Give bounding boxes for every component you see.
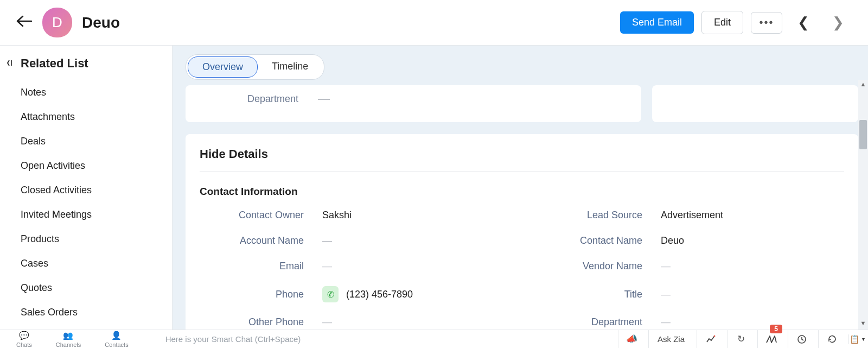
sidebar-item-attachments[interactable]: Attachments (4, 105, 168, 129)
phone-number-text: (123) 456-7890 (346, 289, 413, 300)
contact-owner-field: Contact Owner Sakshi (200, 210, 506, 221)
email-field: Email — (200, 261, 506, 272)
sidebar-header: Related List (4, 56, 168, 71)
field-label: Email (200, 261, 304, 272)
back-arrow-icon[interactable] (16, 14, 33, 31)
vendor-name-field: Vendor Name — (538, 261, 844, 272)
field-label: Contact Owner (200, 210, 304, 221)
contacts-icon: 👤 (111, 331, 122, 340)
summary-card-left: Department — (186, 85, 641, 122)
scroll-thumb[interactable] (859, 120, 867, 149)
field-label: Phone (200, 289, 304, 300)
department-row: Department — (200, 92, 627, 106)
footer-tab-contacts[interactable]: 👤 Contacts (105, 331, 128, 348)
field-value: — (322, 235, 332, 246)
contact-info-title: Contact Information (200, 186, 844, 198)
account-name-field: Account Name — (200, 235, 506, 246)
sidebar-item-deals[interactable]: Deals (4, 129, 168, 154)
header-actions: Send Email Edit ••• ❮ ❯ (620, 11, 852, 34)
tabs-bar: Overview Timeline (173, 46, 868, 80)
ask-zia-button[interactable]: Ask Zia (648, 330, 693, 349)
department-detail-field: Department — (538, 317, 844, 328)
field-value: — (661, 261, 671, 272)
collapse-sidebar-icon[interactable] (7, 59, 14, 68)
content-scroll[interactable]: Department — Hide Details Contact Inform… (173, 80, 868, 330)
sidebar-item-closed-activities[interactable]: Closed Activities (4, 178, 168, 203)
summary-card-right (652, 85, 858, 122)
field-value: Sakshi (322, 210, 352, 221)
hide-details-toggle[interactable]: Hide Details (200, 147, 844, 172)
sidebar-item-sales-orders[interactable]: Sales Orders (4, 300, 168, 325)
field-label: Vendor Name (538, 261, 642, 272)
record-content: Overview Timeline Department — Hide Deta… (173, 46, 868, 330)
footer-tab-chats[interactable]: 💬 Chats (16, 331, 32, 348)
sidebar-list: Notes Attachments Deals Open Activities … (4, 80, 168, 325)
dropdown-arrow-icon: ▾ (862, 336, 865, 342)
body: Related List Notes Attachments Deals Ope… (0, 46, 868, 330)
refresh-icon[interactable]: ↻ (727, 330, 754, 349)
field-value: Deuo (661, 235, 684, 246)
record-title: Deuo (82, 14, 120, 31)
field-value: — (661, 289, 671, 300)
zia-icon[interactable]: 5 (757, 330, 784, 349)
scroll-up-icon[interactable]: ▲ (858, 81, 868, 90)
svg-point-1 (713, 335, 715, 337)
field-label: Title (538, 289, 642, 300)
department-label: Department (200, 93, 298, 105)
related-list-sidebar: Related List Notes Attachments Deals Ope… (0, 46, 173, 330)
footer-tab-label: Chats (16, 341, 32, 348)
field-label: Lead Source (538, 210, 642, 221)
sidebar-title: Related List (21, 56, 88, 71)
phone-icon[interactable]: ✆ (322, 286, 339, 302)
clock-icon[interactable] (788, 330, 815, 349)
chart-line-icon[interactable] (697, 330, 724, 349)
next-record-icon[interactable]: ❯ (825, 12, 852, 33)
scroll-down-icon[interactable]: ▼ (858, 320, 868, 328)
record-header: D Deuo Send Email Edit ••• ❮ ❯ (0, 0, 868, 46)
field-value: Advertisement (661, 210, 723, 221)
channels-icon: 👥 (63, 331, 73, 340)
field-label: Other Phone (200, 317, 304, 328)
sidebar-item-open-activities[interactable]: Open Activities (4, 154, 168, 178)
sidebar-item-invited-meetings[interactable]: Invited Meetings (4, 203, 168, 227)
sidebar-item-quotes[interactable]: Quotes (4, 276, 168, 300)
record-avatar: D (42, 8, 72, 37)
send-email-button[interactable]: Send Email (620, 11, 694, 34)
footer-right: 📣 Ask Zia ↻ 5 📋▾ (618, 330, 868, 349)
field-value: — (322, 317, 332, 328)
edit-button[interactable]: Edit (701, 11, 743, 34)
contact-name-field: Contact Name Deuo (538, 235, 844, 246)
title-field: Title — (538, 286, 844, 302)
tab-overview[interactable]: Overview (188, 56, 258, 78)
more-actions-button[interactable]: ••• (751, 12, 782, 34)
sidebar-item-notes[interactable]: Notes (4, 80, 168, 105)
field-value: — (661, 317, 671, 328)
other-phone-field: Other Phone — (200, 317, 506, 328)
details-card: Hide Details Contact Information Contact… (186, 134, 858, 330)
department-value: — (318, 92, 330, 106)
sidebar-item-products[interactable]: Products (4, 227, 168, 251)
notification-badge: 5 (770, 325, 782, 333)
contact-info-grid: Contact Owner Sakshi Lead Source Adverti… (200, 210, 844, 328)
footer-tab-label: Contacts (105, 341, 128, 348)
bottom-bar: 💬 Chats 👥 Channels 👤 Contacts Here is yo… (0, 330, 868, 348)
footer-tab-channels[interactable]: 👥 Channels (56, 331, 81, 348)
footer-left: 💬 Chats 👥 Channels 👤 Contacts Here is yo… (0, 331, 301, 348)
tabs-pill: Overview Timeline (186, 54, 324, 80)
phone-field: Phone ✆ (123) 456-7890 (200, 286, 506, 302)
header-left: D Deuo (16, 8, 120, 37)
field-value: — (322, 261, 332, 272)
tab-timeline[interactable]: Timeline (258, 56, 322, 78)
sidebar-item-cases[interactable]: Cases (4, 251, 168, 276)
field-label: Account Name (200, 235, 304, 246)
history-icon[interactable] (818, 330, 845, 349)
prev-record-icon[interactable]: ❮ (790, 12, 817, 33)
lead-source-field: Lead Source Advertisement (538, 210, 844, 221)
announce-icon[interactable]: 📣 (618, 330, 645, 349)
smart-chat-input[interactable]: Here is your Smart Chat (Ctrl+Space) (165, 334, 301, 344)
summary-row: Department — (186, 85, 858, 122)
footer-tab-label: Channels (56, 341, 81, 348)
clipboard-icon[interactable]: 📋▾ (848, 334, 865, 344)
chat-icon: 💬 (19, 331, 29, 340)
content-scrollbar[interactable]: ▲ ▼ (858, 80, 868, 330)
